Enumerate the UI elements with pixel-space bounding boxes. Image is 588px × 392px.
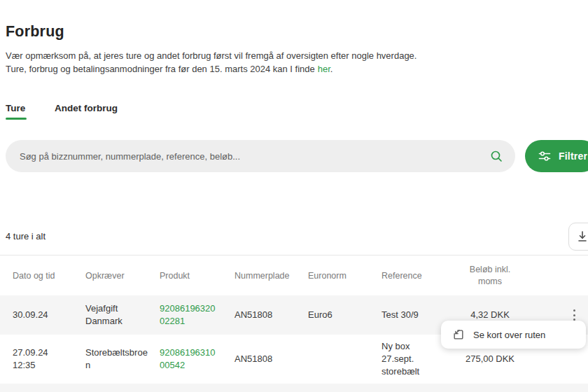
intro-line-1: Vær opmærksom på, at jeres ture og andet…	[6, 50, 416, 63]
her-link[interactable]: her	[318, 64, 330, 74]
cell-product: 9208619632002281	[160, 295, 223, 335]
cell-euronorm: Euro6	[308, 295, 375, 335]
cell-reference: Test 30/9	[382, 295, 438, 335]
sliders-icon	[538, 149, 552, 163]
tab-ture[interactable]: Ture	[6, 103, 25, 113]
search-icon[interactable]	[489, 149, 503, 163]
download-button[interactable]	[568, 223, 588, 251]
cell-plate: AN51808	[234, 335, 302, 384]
search-input[interactable]	[6, 140, 515, 172]
search-bar	[6, 140, 515, 172]
cell-date: 27.09.2412:35	[13, 335, 80, 384]
active-tab-underline	[6, 118, 27, 120]
cell-euronorm	[308, 335, 375, 384]
header-reference: Reference	[382, 255, 438, 295]
cell-collector: Storebæltsbroen	[85, 335, 153, 384]
header-euronorm: Euronorm	[308, 255, 375, 295]
header-amount: Beløb inkl. moms	[451, 255, 528, 295]
header-plate: Nummerplade	[234, 255, 302, 295]
forbrug-page: Forbrug Vær opmærksom på, at jeres ture …	[0, 0, 588, 392]
row-context-menu: Se kort over ruten	[441, 321, 586, 349]
cell-date: 30.09.24	[13, 295, 80, 335]
page-title: Forbrug	[6, 23, 64, 41]
filter-button-label: Filtrer	[559, 150, 587, 162]
product-number-link[interactable]: 9208619631000542	[160, 346, 218, 372]
cell-plate: AN51808	[234, 295, 302, 335]
open-route-icon	[452, 328, 465, 341]
download-icon	[575, 230, 588, 244]
table-header-row: Dato og tid Opkræver Produkt Nummerplade…	[0, 255, 588, 295]
cell-collector: Vejafgift Danmark	[85, 295, 153, 335]
intro-text: Vær opmærksom på, at jeres ture og andet…	[6, 50, 416, 76]
table-row	[0, 384, 588, 392]
product-number-link[interactable]: 9208619632002281	[160, 302, 218, 328]
cell-product: 9208619631000542	[160, 335, 223, 384]
header-date: Dato og tid	[13, 255, 80, 295]
cell-reference: Ny box 27.sept. storebælt	[382, 335, 438, 384]
intro-line-2: Ture, forbrug og betalingsanmodninger fr…	[6, 63, 416, 76]
header-collector: Opkræver	[85, 255, 153, 295]
tab-andet-forbrug[interactable]: Andet forbrug	[55, 103, 118, 113]
filter-button[interactable]: Filtrer	[525, 140, 588, 172]
trips-count: 4 ture i alt	[6, 231, 46, 241]
header-product: Produkt	[160, 255, 223, 295]
menu-item-see-route[interactable]: Se kort over ruten	[473, 330, 545, 340]
